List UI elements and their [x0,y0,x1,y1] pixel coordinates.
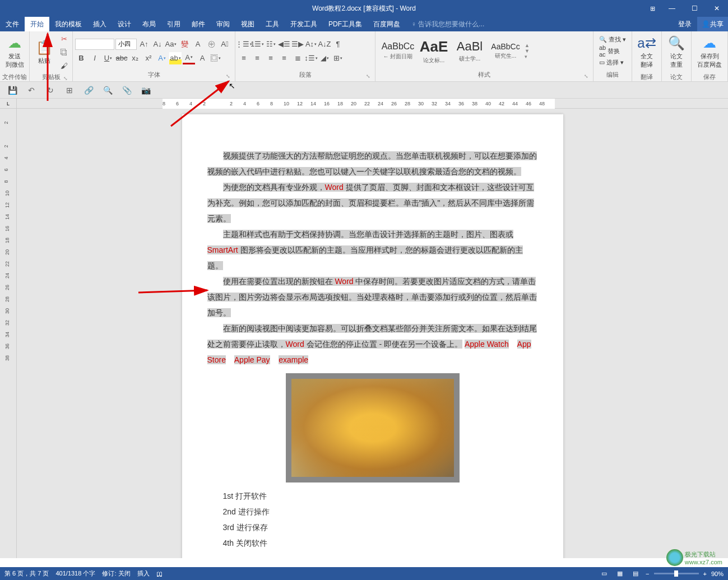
minimize-button[interactable]: — [661,0,683,17]
undo-button[interactable]: ↶ [26,85,37,96]
font-color-button[interactable]: A [183,52,195,64]
ruler-vertical[interactable]: 22468101214161820222426283032343638 [0,109,17,558]
justify-button[interactable]: ≡ [278,52,290,64]
ribbon-display-icon[interactable]: ⊞ [644,0,661,17]
view-read-button[interactable]: ▭ [599,569,610,578]
sort-button[interactable]: A↓Z [318,38,331,50]
align-right-button[interactable]: ≡ [265,52,277,64]
text-direction-button[interactable]: A↕ [305,38,317,50]
menu-references[interactable]: 引用 [161,17,186,31]
share-button[interactable]: 👤 共享 [697,17,728,31]
redo-button[interactable]: ↻ [45,85,56,96]
style-item-1[interactable]: AaBbCc ← 封面日期 [381,41,415,61]
show-marks-button[interactable]: ¶ [332,38,344,50]
subscript-button[interactable]: x₂ [129,52,141,64]
numbering-button[interactable]: 1☰ [251,38,263,50]
document-text[interactable]: 视频提供了功能强大的方法帮助您证明您的观点。当您单击联机视频时，可以在想要添加的… [207,148,538,551]
ruler-corner[interactable]: L [0,99,17,109]
char-border-button[interactable]: ⿴ [210,52,222,64]
zoom-slider[interactable] [654,573,699,574]
select-button[interactable]: ▭ 选择 ▾ [599,58,626,67]
pinyin-button[interactable]: 變 [178,38,191,50]
menu-developer[interactable]: 开发工具 [285,17,323,31]
replace-button[interactable]: abac 替换 [599,44,626,58]
menu-home[interactable]: 开始 [25,17,49,31]
page-area[interactable]: 视频提供了功能强大的方法帮助您证明您的观点。当您单击联机视频时，可以在想要添加的… [17,109,728,558]
find-button[interactable]: 🔍 查找 ▾ [599,35,626,44]
highlight-button[interactable]: ab [169,52,182,64]
status-insert[interactable]: 插入 [137,569,150,578]
style-item-3[interactable]: AaBl 硕士学... [453,39,486,63]
font-dialog-launcher[interactable]: ⤡ [225,73,231,80]
menu-insert[interactable]: 插入 [87,17,112,31]
copy-button[interactable]: ⿻ [58,46,70,58]
underline-button[interactable]: U [102,52,114,64]
status-revision[interactable]: 修订: 关闭 [102,569,130,578]
menu-templates[interactable]: 我的模板 [49,17,87,31]
menu-view[interactable]: 视图 [235,17,260,31]
view-web-button[interactable]: ▤ [630,569,641,578]
status-words[interactable]: 401/1318 个字 [55,569,95,578]
menu-baidu[interactable]: 百度网盘 [368,17,406,31]
borders-button[interactable]: ⊞ [332,52,344,64]
zoom-in-button[interactable]: + [703,570,707,577]
change-case-button[interactable]: Aa [165,38,177,50]
zoom-level[interactable]: 90% [711,570,724,577]
menu-layout[interactable]: 布局 [137,17,161,31]
qat-btn-6[interactable]: 🔍 [102,85,113,96]
send-wechat-button[interactable]: ☁ 发送 到微信 [2,33,27,72]
styles-expand-button[interactable]: ▲▼▾ [525,43,530,59]
menu-design[interactable]: 设计 [112,17,137,31]
status-book-icon[interactable]: 🕮 [156,570,163,577]
format-painter-button[interactable]: 🖌 [58,59,70,72]
save-baidu-button[interactable]: ☁ 保存到 百度网盘 [694,33,725,72]
tell-me-input[interactable]: ♀ 告诉我您想要做什么... [406,20,490,29]
italic-button[interactable]: I [89,52,101,64]
shading-button[interactable]: ◢ [318,52,331,64]
paper-check-button[interactable]: 🔍 论文 查重 [664,33,689,72]
style-item-2[interactable]: AaE 论文标... [417,38,451,64]
close-button[interactable]: ✕ [706,0,728,17]
enclose-char-button[interactable]: ㊥ [205,38,217,50]
qat-btn-4[interactable]: ⊞ [64,85,75,96]
strikethrough-button[interactable]: abc [115,52,128,64]
login-button[interactable]: 登录 [673,20,697,29]
clipboard-dialog-launcher[interactable]: ⤡ [62,76,69,82]
font-name-input[interactable] [75,39,114,50]
bold-button[interactable]: B [75,52,87,64]
decrease-indent-button[interactable]: ◀☰ [278,38,290,50]
align-left-button[interactable]: ≡ [238,52,250,64]
char-shading-button[interactable]: A [196,52,208,64]
align-center-button[interactable]: ≡ [251,52,263,64]
clear-format-button[interactable]: A⃠ [219,38,231,50]
style-item-4[interactable]: AaBbCc 研究生... [489,42,522,60]
menu-tools[interactable]: 工具 [260,17,285,31]
view-print-button[interactable]: ▦ [614,569,625,578]
line-spacing-button[interactable]: ↕☰ [305,52,317,64]
cut-button[interactable]: ✂ [58,33,70,45]
bullets-button[interactable]: ⋮☰ [238,38,250,50]
save-button[interactable]: 💾 [7,85,18,96]
distribute-button[interactable]: ≣ [291,52,304,64]
superscript-button[interactable]: x² [142,52,155,64]
shrink-font-button[interactable]: A↓ [151,38,164,50]
paste-button[interactable]: 📋 粘贴 [32,33,57,72]
maximize-button[interactable]: ☐ [683,0,706,17]
qat-btn-5[interactable]: 🔗 [83,85,94,96]
qat-btn-8[interactable]: 📷 [140,85,151,96]
document-image-leaf[interactable] [286,373,460,482]
menu-review[interactable]: 审阅 [211,17,235,31]
grow-font-button[interactable]: A↑ [138,38,150,50]
menu-mailings[interactable]: 邮件 [186,17,211,31]
multilevel-button[interactable]: ☷ [265,38,277,50]
translate-button[interactable]: a⇄ 全文 翻译 [634,33,659,72]
text-effects-button[interactable]: A [156,52,168,64]
menu-pdf[interactable]: PDF工具集 [323,17,368,31]
styles-dialog-launcher[interactable]: ⤡ [583,73,590,80]
increase-indent-button[interactable]: ☰▶ [291,38,304,50]
status-page[interactable]: 第 6 页，共 7 页 [4,569,49,578]
qat-btn-7[interactable]: 📎 [121,85,132,96]
ruler-horizontal[interactable]: 8642246810121416182022242628303234363840… [17,99,728,109]
font-size-input[interactable] [115,39,137,50]
zoom-out-button[interactable]: − [646,570,649,577]
